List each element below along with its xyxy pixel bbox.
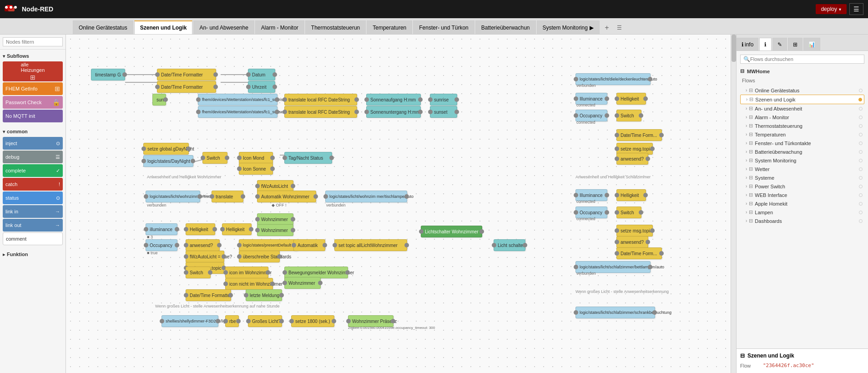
node-logic-tischlampe-auto[interactable]: logic/states/licht/wohnzim mer/tischlamp… xyxy=(325,191,407,202)
node-wohnzimmer-name2[interactable]: Wohnzimmer xyxy=(257,224,293,236)
node-helligkeit2[interactable]: Helligkeit xyxy=(222,223,252,235)
panel-tab-edit[interactable]: ✎ xyxy=(772,38,787,50)
node-translate-sunset[interactable]: translate local RFC DateString xyxy=(284,106,357,118)
node-datetime-formatter-3[interactable]: Date/Time Formatter xyxy=(186,289,231,301)
tab-alarm-monitor[interactable]: Alarm - Monitor xyxy=(255,20,304,34)
node-datetime-formatter-1[interactable]: Date/Time Formatter xyxy=(157,69,216,81)
node-icon-sonne[interactable]: Icon Sonne xyxy=(239,163,273,175)
panel-tab-chart[interactable]: 📊 xyxy=(803,38,820,50)
scrollbar-thumb[interactable] xyxy=(732,35,736,62)
node-occupancy1[interactable]: Occupancy xyxy=(146,239,177,251)
panel-tab-grid[interactable]: ⊞ xyxy=(788,38,802,50)
node-anwesend-right[interactable]: anwesend? xyxy=(616,153,648,165)
node-link-out[interactable]: link out → xyxy=(3,219,63,232)
node-inject[interactable]: inject ⊙ xyxy=(3,137,63,150)
tree-item-szenen[interactable]: › ⊟ Szenen und Logik xyxy=(740,95,864,104)
node-datetime-form-right[interactable]: Date/Time Form... xyxy=(616,129,662,141)
node-datetime-form2[interactable]: Date/Time Form... xyxy=(616,247,662,259)
node-helligkeit-schlaf2[interactable]: Helligkeit xyxy=(616,189,646,201)
tree-item-abwesenheit[interactable]: › ⊟ An- und Abwesenheit xyxy=(740,104,864,113)
node-grosses-licht[interactable]: Großes Licht? xyxy=(248,315,282,327)
node-translate-wohnzimmer[interactable]: translate xyxy=(212,191,243,202)
tree-item-system[interactable]: › ⊟ System Monitoring xyxy=(740,156,864,165)
tab-temperaturen[interactable]: Temperaturen xyxy=(367,20,412,34)
node-fhem-sunset[interactable]: fhem/devices/Wetterstation/states/fc1_su… xyxy=(198,106,278,118)
node-sun[interactable]: sun xyxy=(152,94,166,106)
subflows-header[interactable]: ▾ Subflows xyxy=(0,51,66,60)
subflow-fhem-getinfo[interactable]: FHEM GetInfo ⊞ xyxy=(3,82,63,95)
node-datetime-formatter-2[interactable]: Date/Time Formatter xyxy=(157,81,216,93)
tree-item-fenster[interactable]: › ⊟ Fenster- und Türkontakte xyxy=(740,139,864,147)
tab-online-geraetestatus[interactable]: Online Gerätestatus xyxy=(73,20,133,34)
node-fhem-sunrise[interactable]: fhem/devices/Wetterstation/states/fc1_su… xyxy=(198,94,278,106)
node-anwesend1[interactable]: anwesend? xyxy=(186,239,220,251)
tab-batterie[interactable]: Batterieüberwachun xyxy=(475,20,536,34)
node-translate-sunrise[interactable]: translate local RFC DateString xyxy=(284,94,357,106)
flows-search-input[interactable] xyxy=(750,56,861,62)
deploy-button[interactable]: deploy ▾ xyxy=(816,4,847,14)
node-uhrzeit[interactable]: Uhrzeit xyxy=(248,81,275,93)
node-icon-mond[interactable]: Icon Mond xyxy=(239,152,273,164)
node-catch[interactable]: catch ! xyxy=(3,178,63,191)
tree-item-systeme[interactable]: › ⊟ Systeme xyxy=(740,173,864,182)
node-timestamp-1[interactable]: timestamp G xyxy=(91,69,125,81)
node-letzte-meldung[interactable]: letzte Meldung xyxy=(246,289,282,301)
node-link-in[interactable]: link in → xyxy=(3,205,63,218)
subflow-alle-heizungen[interactable]: alleHeizungen ⊞ xyxy=(3,61,63,81)
tree-item-lampen[interactable]: › ⊟ Lampen xyxy=(740,208,864,217)
tree-item-batterie[interactable]: › ⊟ Batterieüberwachung xyxy=(740,147,864,156)
node-uberschreibe[interactable]: überschreibe Standards xyxy=(239,251,280,262)
node-sonnenaufgang[interactable]: Sonnenaufgang H:mm xyxy=(366,94,421,106)
node-wohnzimmer3[interactable]: Wohnzimmer xyxy=(284,277,321,289)
node-switch-daynight[interactable]: Switch xyxy=(202,152,227,164)
funktion-header[interactable]: ▸ Funktion xyxy=(0,250,66,259)
node-fwzautolicht2[interactable]: fWzAutoLicht = true? xyxy=(186,251,224,262)
node-sonnenuntergang[interactable]: Sonnenuntergang H:mm xyxy=(366,106,421,118)
tab-menu-button[interactable]: ☰ xyxy=(613,21,626,34)
node-logic-presentdefault[interactable]: logic/states/presentDefault xyxy=(239,239,298,251)
node-automatik-wohnzimmer[interactable]: Automatik Wohnzimmer xyxy=(257,191,316,202)
tree-item-online[interactable]: › ⊟ Online Gerätestatus xyxy=(740,86,864,95)
node-status[interactable]: status ⊙ xyxy=(3,192,63,204)
tree-item-power[interactable]: › ⊟ Power Switch xyxy=(740,182,864,191)
node-datum[interactable]: Datum xyxy=(248,69,275,81)
node-set-topic-allicht[interactable]: set topic allLichtWohnzimmer xyxy=(334,239,407,251)
menu-button[interactable]: ☰ xyxy=(849,3,863,15)
tab-szenen-und-logik[interactable]: Szenen und Logik xyxy=(134,20,193,34)
node-rbe[interactable]: rbe xyxy=(225,315,239,327)
node-shelly[interactable]: shellies/shellydimmer-F3D268/light/0 xyxy=(161,315,218,327)
node-switch-schlaf2[interactable]: Switch xyxy=(616,207,641,218)
panel-tab-info[interactable]: ℹ info xyxy=(737,38,758,50)
node-lichtschalter-wohnzimmer[interactable]: Lichtschalter Wohnzimmer xyxy=(421,226,482,237)
tab-thermostat[interactable]: Thermostatsteuerun xyxy=(305,20,366,34)
add-tab-button[interactable]: + xyxy=(601,21,613,34)
node-setze-msg2[interactable]: setze msg.topic xyxy=(616,225,653,237)
node-switch2[interactable]: Switch xyxy=(186,267,211,278)
scrollbar-track[interactable] xyxy=(731,35,736,373)
node-complete[interactable]: complete ✓ xyxy=(3,164,63,177)
canvas-area[interactable]: timestamp G Date/Time Formatter Date/Tim… xyxy=(66,35,736,373)
node-set-globalday[interactable]: setze global.gDayNight xyxy=(143,143,189,155)
node-illuminance1[interactable]: illuminance xyxy=(146,223,177,235)
common-header[interactable]: ▾ common xyxy=(0,127,66,136)
node-sunrise-out[interactable]: sunrise xyxy=(430,94,457,106)
node-helligkeit1[interactable]: Helligkeit xyxy=(186,223,215,235)
tree-item-web[interactable]: › ⊟ WEB Interface xyxy=(740,191,864,199)
tab-system-monitoring[interactable]: System Monitoring ▶ xyxy=(537,20,600,34)
node-tag-nacht[interactable]: Tag/Nacht Status xyxy=(284,152,332,164)
node-helligkeit-schlaf[interactable]: Helligkeit xyxy=(616,93,646,105)
node-comment[interactable]: comment xyxy=(3,232,63,245)
node-search-input[interactable] xyxy=(3,37,63,46)
panel-tab-active[interactable]: ℹ xyxy=(759,38,772,50)
subflow-passwort-check[interactable]: Passwort Check 🔒 xyxy=(3,96,63,109)
tree-item-wetter[interactable]: › ⊟ Wetter xyxy=(740,165,864,173)
tree-item-alarm[interactable]: › ⊟ Alarm - Monitor xyxy=(740,113,864,121)
tab-an-und-abwesenheit[interactable]: An- und Abwesenhe xyxy=(193,20,254,34)
tree-item-thermostat[interactable]: › ⊟ Thermostatsteuerung xyxy=(740,121,864,130)
tree-item-homekit[interactable]: › ⊟ Apple Homekit xyxy=(740,199,864,208)
node-anwesend2[interactable]: anwesend? xyxy=(616,236,648,248)
tree-item-temperaturen[interactable]: › ⊟ Temperaturen xyxy=(740,130,864,139)
tab-fenster[interactable]: Fenster- und Türkon xyxy=(413,20,474,34)
tree-item-dashboards[interactable]: › ⊟ Dashboards xyxy=(740,217,864,225)
node-icon-nicht-wohnzimmer[interactable]: icon nicht im Wohnzimmer xyxy=(225,278,273,290)
